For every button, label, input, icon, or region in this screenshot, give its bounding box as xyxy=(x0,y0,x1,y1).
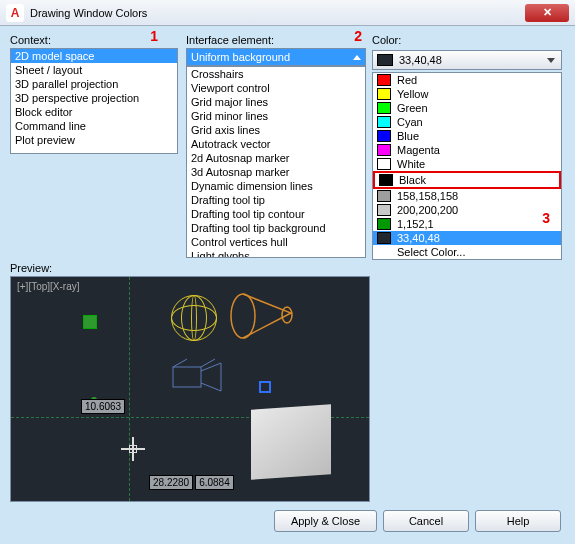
color-label: Color: xyxy=(372,34,562,46)
interface-listbox[interactable]: Crosshairs Viewport control Grid major l… xyxy=(186,66,366,258)
color-selected-text: 33,40,48 xyxy=(399,54,442,66)
color-item-label: 158,158,158 xyxy=(397,190,458,202)
color-swatch xyxy=(377,232,391,244)
color-listbox[interactable]: RedYellowGreenCyanBlueMagentaWhiteBlack1… xyxy=(372,72,562,260)
color-item-label: Green xyxy=(397,102,428,114)
iface-item[interactable]: 3d Autosnap marker xyxy=(187,165,365,179)
color-item-label: White xyxy=(397,158,425,170)
color-item[interactable]: White xyxy=(373,157,561,171)
chevron-down-icon xyxy=(547,58,555,63)
viewport-label: [+][Top][X-ray] xyxy=(17,281,80,292)
window-title: Drawing Window Colors xyxy=(30,7,525,19)
context-listbox[interactable]: 2D model space Sheet / layout 3D paralle… xyxy=(10,48,178,154)
color-item[interactable]: Yellow xyxy=(373,87,561,101)
context-item[interactable]: Plot preview xyxy=(11,133,177,147)
color-item[interactable]: Select Color... xyxy=(373,245,561,259)
color-swatch xyxy=(377,144,391,156)
context-item-selected[interactable]: 2D model space xyxy=(11,49,177,63)
color-item-label: Blue xyxy=(397,130,419,142)
cancel-button[interactable]: Cancel xyxy=(383,510,469,532)
context-item[interactable]: Sheet / layout xyxy=(11,63,177,77)
chevron-up-icon xyxy=(353,55,361,60)
color-item-label: Red xyxy=(397,74,417,86)
iface-item[interactable]: Autotrack vector xyxy=(187,137,365,151)
color-item[interactable]: Cyan xyxy=(373,115,561,129)
callout-3: 3 xyxy=(542,210,550,226)
color-item[interactable]: 200,200,200 xyxy=(373,203,561,217)
color-item[interactable]: 1,152,1 xyxy=(373,217,561,231)
iface-item[interactable]: Control vertices hull xyxy=(187,235,365,249)
crosshair-box xyxy=(129,445,137,453)
context-item[interactable]: Command line xyxy=(11,119,177,133)
color-swatch xyxy=(377,116,391,128)
color-item[interactable]: Blue xyxy=(373,129,561,143)
color-item-label: Magenta xyxy=(397,144,440,156)
close-button[interactable]: ✕ xyxy=(525,4,569,22)
iface-item[interactable]: Grid major lines xyxy=(187,95,365,109)
color-item-label: Black xyxy=(399,174,426,186)
wireframe-sphere-icon xyxy=(171,295,217,341)
iface-item[interactable]: Grid axis lines xyxy=(187,123,365,137)
iface-item[interactable]: Viewport control xyxy=(187,81,365,95)
callout-1: 1 xyxy=(150,28,158,44)
titlebar: A Drawing Window Colors ✕ xyxy=(0,0,575,26)
color-item-label: 200,200,200 xyxy=(397,204,458,216)
color-item-label: 1,152,1 xyxy=(397,218,434,230)
color-item[interactable]: Magenta xyxy=(373,143,561,157)
color-item-label: Cyan xyxy=(397,116,423,128)
color-swatch-selected xyxy=(377,54,393,66)
color-swatch xyxy=(377,204,391,216)
svg-rect-2 xyxy=(173,367,201,387)
color-item[interactable]: 158,158,158 xyxy=(373,189,561,203)
iface-item[interactable]: Dynamic dimension lines xyxy=(187,179,365,193)
color-item[interactable]: Green xyxy=(373,101,561,115)
blue-snap-marker xyxy=(259,381,271,393)
color-swatch xyxy=(377,130,391,142)
interface-selected-bar[interactable]: Uniform background xyxy=(186,48,366,66)
callout-2: 2 xyxy=(354,28,362,44)
green-marker xyxy=(83,315,97,329)
interface-selected-text: Uniform background xyxy=(191,51,290,63)
iface-item[interactable]: Drafting tool tip xyxy=(187,193,365,207)
context-item[interactable]: 3D perspective projection xyxy=(11,91,177,105)
color-dropdown[interactable]: 33,40,48 xyxy=(372,50,562,70)
iface-item[interactable]: Light glyphs xyxy=(187,249,365,258)
color-item[interactable]: Red xyxy=(373,73,561,87)
preview-label: Preview: xyxy=(10,262,565,274)
color-swatch xyxy=(377,218,391,230)
svg-point-0 xyxy=(231,294,255,338)
color-item-label: Select Color... xyxy=(397,246,465,258)
iface-item[interactable]: Grid minor lines xyxy=(187,109,365,123)
preview-viewport: [+][Top][X-ray] 10.6063 28.2280 xyxy=(10,276,370,502)
color-item-label: Yellow xyxy=(397,88,428,100)
color-item[interactable]: Black xyxy=(373,171,561,189)
interface-label: Interface element: xyxy=(186,34,366,46)
iface-item[interactable]: Drafting tool tip background xyxy=(187,221,365,235)
grid-y-axis xyxy=(129,277,130,501)
wireframe-camera-icon xyxy=(169,357,229,397)
tooltip-coord1: 10.6063 xyxy=(81,399,125,414)
color-swatch xyxy=(377,74,391,86)
color-item[interactable]: 33,40,48 xyxy=(373,231,561,245)
color-swatch xyxy=(377,190,391,202)
context-item[interactable]: 3D parallel projection xyxy=(11,77,177,91)
color-item-label: 33,40,48 xyxy=(397,232,440,244)
color-swatch xyxy=(377,102,391,114)
close-icon: ✕ xyxy=(543,6,552,19)
svg-line-3 xyxy=(173,359,187,367)
iface-item[interactable]: Crosshairs xyxy=(187,67,365,81)
color-swatch xyxy=(379,174,393,186)
iface-item[interactable]: Drafting tool tip contour xyxy=(187,207,365,221)
app-icon: A xyxy=(6,4,24,22)
preview-cube xyxy=(251,404,331,480)
help-button[interactable]: Help xyxy=(475,510,561,532)
context-item[interactable]: Block editor xyxy=(11,105,177,119)
color-swatch xyxy=(377,88,391,100)
tooltip-coord2a: 28.2280 xyxy=(149,475,193,490)
iface-item[interactable]: 2d Autosnap marker xyxy=(187,151,365,165)
wireframe-cone-icon xyxy=(229,291,295,341)
color-swatch xyxy=(377,158,391,170)
tooltip-coord2b: 6.0884 xyxy=(195,475,234,490)
apply-close-button[interactable]: Apply & Close xyxy=(274,510,377,532)
